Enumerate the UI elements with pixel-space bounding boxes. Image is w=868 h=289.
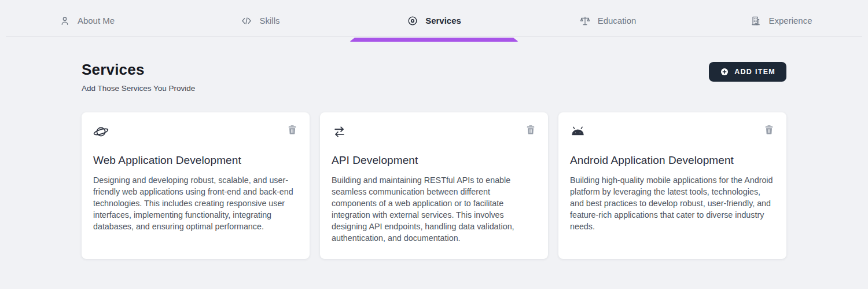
tab-experience[interactable]: Experience bbox=[694, 5, 868, 36]
services-section: Services Add Those Services You Provide … bbox=[82, 61, 786, 259]
delete-icon[interactable] bbox=[286, 124, 298, 136]
add-item-button[interactable]: ADD ITEM bbox=[709, 62, 786, 82]
service-title: API Development bbox=[332, 154, 536, 167]
plus-circle-icon bbox=[720, 67, 729, 76]
service-card: API Development Building and maintaining… bbox=[320, 112, 548, 259]
active-tab-indicator bbox=[350, 38, 518, 42]
tab-label: Services bbox=[425, 16, 461, 25]
tab-about-me[interactable]: About Me bbox=[0, 5, 174, 36]
tab-services[interactable]: Services bbox=[347, 5, 521, 36]
service-cards: Web Application Development Designing an… bbox=[82, 112, 786, 259]
tab-label: Education bbox=[598, 16, 637, 25]
swap-arrows-icon bbox=[332, 124, 347, 142]
delete-icon[interactable] bbox=[763, 124, 775, 136]
top-tab-bar: About Me Skills Services Education bbox=[0, 0, 868, 36]
section-header: Services Add Those Services You Provide … bbox=[82, 61, 786, 93]
delete-icon[interactable] bbox=[525, 124, 536, 136]
tab-label: Experience bbox=[768, 16, 812, 25]
tab-skills[interactable]: Skills bbox=[174, 5, 347, 36]
scales-icon bbox=[579, 15, 591, 27]
service-title: Android Application Development bbox=[570, 154, 775, 167]
android-icon bbox=[570, 124, 586, 142]
target-icon bbox=[407, 15, 418, 27]
service-description: Building high-quality mobile application… bbox=[570, 174, 774, 232]
building-icon bbox=[750, 15, 762, 27]
page-subtitle: Add Those Services You Provide bbox=[82, 84, 195, 93]
user-icon bbox=[59, 15, 71, 27]
add-item-label: ADD ITEM bbox=[734, 68, 775, 76]
service-card: Android Application Development Building… bbox=[558, 112, 786, 259]
planet-icon bbox=[93, 124, 109, 142]
service-description: Building and maintaining RESTful APIs to… bbox=[332, 174, 535, 244]
service-card: Web Application Development Designing an… bbox=[82, 112, 310, 259]
page-title: Services bbox=[82, 61, 195, 79]
code-icon bbox=[241, 15, 252, 27]
tab-label: Skills bbox=[259, 16, 279, 25]
tab-label: About Me bbox=[78, 16, 115, 25]
service-title: Web Application Development bbox=[93, 154, 298, 167]
service-description: Designing and developing robust, scalabl… bbox=[93, 174, 297, 232]
tab-education[interactable]: Education bbox=[521, 5, 694, 36]
